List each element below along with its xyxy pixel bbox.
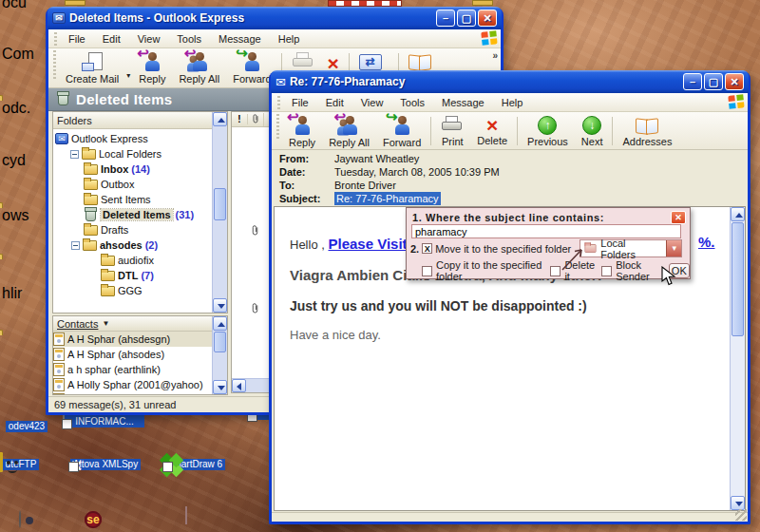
combo-arrow-icon[interactable]: ▾ — [666, 240, 681, 256]
folder-item-sent-items[interactable]: Sent Items — [55, 192, 227, 207]
contacts-panel-header[interactable]: Contacts ▼ ✕ — [53, 316, 227, 332]
maximize-button[interactable]: ▢ — [457, 10, 476, 27]
spam-link-tail[interactable]: %. — [698, 234, 715, 250]
rule-options-row: Copy it to the specified folder Delete i… — [422, 259, 690, 282]
priority-column-header[interactable]: ! — [232, 114, 248, 124]
desktop-icon-recycle[interactable]: cyd — [0, 152, 32, 169]
subject-value-selected[interactable]: Re: 77-76-Pharamacy — [334, 192, 441, 205]
folder-icon — [83, 240, 97, 251]
contact-item[interactable]: A H Sphar (ahsdesgn) — [53, 332, 227, 347]
next-button[interactable]: ↓ Next — [575, 114, 610, 149]
scroll-up-button[interactable] — [213, 316, 227, 331]
contacts-scrollbar[interactable] — [212, 316, 227, 394]
contacts-panel-title: Contacts — [57, 318, 98, 330]
folder-item-inbox[interactable]: Inbox(14) — [55, 162, 227, 177]
reply-icon: ↩ — [142, 52, 162, 72]
desktop-icon-computer[interactable]: hlir — [0, 285, 32, 302]
sent-items-icon — [84, 195, 98, 205]
close-button[interactable]: ✕ — [478, 10, 497, 27]
desktop-icon-folder[interactable]: odc. — [0, 100, 32, 117]
folder-item-drafts[interactable]: Drafts — [55, 222, 227, 238]
send-receive-icon: ⇄ — [359, 54, 382, 70]
dialog-close-icon[interactable]: ✕ — [671, 211, 686, 224]
folder-item-ahsodes[interactable]: ahsodes(2) — [55, 238, 227, 253]
reply-button[interactable]: ↩ Reply — [132, 50, 172, 86]
create-mail-dropdown[interactable]: ▾ — [126, 71, 130, 80]
delete-button[interactable]: × Delete — [470, 114, 514, 148]
scrollbar-thumb[interactable] — [732, 222, 744, 336]
scrollbar-thumb[interactable] — [214, 188, 226, 220]
desktop-icon-documents[interactable]: ocu — [0, 0, 32, 11]
scroll-down-button[interactable] — [731, 496, 745, 510]
desktop-icon-cuteftp[interactable]: uteFTP — [0, 454, 55, 471]
menu-message[interactable]: Message — [433, 95, 493, 110]
forward-button[interactable]: ↪ Forward — [376, 114, 428, 150]
body-scrollbar[interactable] — [730, 207, 745, 510]
collapse-icon[interactable] — [70, 150, 79, 159]
paperclip-icon — [252, 113, 259, 124]
forward-icon: ↪ — [241, 52, 262, 72]
desktop-icon-webcam[interactable] — [0, 511, 44, 528]
folders-panel-header[interactable]: Folders ✕ — [53, 112, 227, 129]
resize-grip[interactable] — [735, 509, 747, 521]
banner-title: Deleted Items — [76, 91, 172, 107]
reply-button[interactable]: ↩ Reply — [282, 114, 322, 150]
contact-card-icon — [53, 363, 65, 376]
folder-item-deleted-items[interactable]: Deleted Items(31) — [55, 207, 227, 222]
folder-item-audiofix[interactable]: audiofix — [55, 253, 227, 268]
minimize-button[interactable]: – — [683, 73, 702, 90]
desktop-icon-computer[interactable]: Com — [0, 46, 32, 63]
message-titlebar[interactable]: ✉ Re: 77-76-Pharamacy – ▢ ✕ — [271, 70, 749, 93]
scroll-down-button[interactable] — [213, 380, 227, 394]
print-button[interactable]: Print — [434, 114, 470, 149]
toolbar-overflow-chevron[interactable]: » — [492, 50, 498, 61]
reply-icon: ↩ — [292, 116, 313, 136]
reply-all-button[interactable]: ↩ Reply All — [322, 114, 376, 150]
folders-scrollbar[interactable] — [212, 112, 227, 313]
contact-item[interactable]: a h sphar (earthlink) — [53, 362, 227, 377]
folder-item-dtl[interactable]: DTL(7) — [55, 268, 227, 283]
desktop-icon-odev423[interactable]: odev423 — [0, 416, 65, 433]
block-sender-checkbox[interactable] — [601, 266, 612, 276]
folder-item-outlook-express[interactable]: ✉Outlook Express — [55, 131, 227, 146]
menu-file[interactable]: File — [60, 31, 94, 47]
addresses-button[interactable]: Addresses — [616, 114, 678, 149]
collapse-icon[interactable] — [71, 241, 80, 250]
close-button[interactable]: ✕ — [725, 73, 744, 90]
desktop-icon-folder[interactable] — [0, 334, 32, 352]
maximize-button[interactable]: ▢ — [704, 73, 723, 90]
send-receive-button[interactable]: ⇄ — [352, 50, 389, 72]
folder-select[interactable]: Local Folders ▾ — [580, 239, 682, 257]
desktop-icon-se[interactable]: se — [66, 509, 120, 531]
scroll-left-button[interactable] — [232, 379, 246, 392]
move-checkbox[interactable]: X — [422, 243, 432, 254]
scroll-up-button[interactable] — [213, 112, 227, 126]
create-mail-button[interactable]: Create Mail — [59, 50, 125, 86]
desktop-icon-smartdraw[interactable]: SmartDraw 6 — [154, 454, 236, 471]
menu-help[interactable]: Help — [493, 95, 532, 110]
folder-item-ggg[interactable]: GGG — [55, 283, 227, 296]
menu-help[interactable]: Help — [270, 31, 309, 47]
previous-button[interactable]: ↑ Previous — [521, 114, 575, 149]
contact-item[interactable]: A Holly Sphar (2001@yahoo) — [53, 377, 227, 392]
contact-item[interactable]: A H Sphar (ahsodes) — [53, 347, 227, 362]
desktop-icon-folder[interactable]: ows — [0, 207, 32, 224]
desktop-icon-document[interactable] — [160, 507, 213, 524]
folder-item-outbox[interactable]: Outbox — [55, 177, 227, 192]
folder-item-local-folders[interactable]: Local Folders — [55, 146, 227, 162]
contact-item[interactable]: A Small Orange — [53, 392, 227, 394]
desktop-icon-folder[interactable]: . — [0, 258, 32, 276]
minimize-button[interactable]: – — [436, 10, 455, 27]
copy-checkbox[interactable] — [422, 266, 432, 276]
menu-edit[interactable]: Edit — [94, 31, 129, 47]
previous-icon: ↑ — [538, 116, 557, 135]
scrollbar-thumb[interactable] — [214, 332, 226, 352]
copy-label: Copy it to the specified folder — [436, 259, 542, 282]
main-titlebar[interactable]: ✉ Deleted Items - Outlook Express – ▢ ✕ — [48, 7, 502, 29]
desktop-icon-xmlspy[interactable]: Altova XMLSpy — [65, 454, 146, 471]
scroll-down-button[interactable] — [213, 298, 227, 313]
folder-icon — [82, 149, 96, 160]
reply-all-button[interactable]: ↩ Reply All — [172, 50, 226, 86]
scroll-up-button[interactable] — [731, 207, 745, 221]
attachment-column-header[interactable] — [248, 113, 264, 126]
